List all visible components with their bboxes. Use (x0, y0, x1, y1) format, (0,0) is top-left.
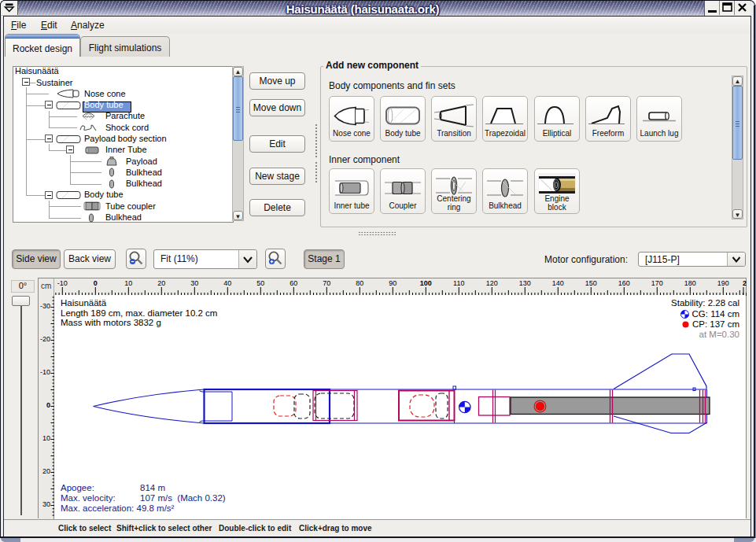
svg-text:50: 50 (256, 279, 264, 287)
svg-text:160: 160 (618, 279, 630, 287)
svg-text:90: 90 (389, 279, 396, 287)
svg-text:170: 170 (651, 279, 663, 287)
svg-text:40: 40 (223, 279, 231, 287)
svg-text:30: 30 (42, 500, 50, 508)
svg-text:20: 20 (157, 279, 165, 287)
svg-text:-30: -30 (40, 302, 50, 310)
svg-text:120: 120 (486, 279, 498, 287)
svg-text:200: 200 (743, 279, 747, 287)
svg-text:110: 110 (453, 279, 464, 287)
svg-text:20: 20 (42, 467, 50, 475)
svg-text:140: 140 (552, 279, 564, 287)
svg-text:80: 80 (356, 279, 363, 287)
svg-text:60: 60 (289, 279, 297, 287)
svg-text:0: 0 (46, 401, 50, 409)
svg-text:190: 190 (717, 279, 729, 287)
svg-text:100: 100 (420, 279, 432, 287)
svg-text:130: 130 (519, 279, 531, 287)
svg-text:10: 10 (124, 279, 132, 287)
svg-text:70: 70 (323, 279, 330, 287)
svg-text:0: 0 (94, 279, 98, 287)
svg-text:10: 10 (42, 434, 50, 442)
svg-text:-20: -20 (40, 335, 50, 343)
svg-text:-10: -10 (40, 368, 50, 376)
svg-text:180: 180 (684, 279, 696, 287)
svg-text:-10: -10 (57, 279, 68, 287)
svg-text:150: 150 (585, 279, 597, 287)
svg-text:30: 30 (190, 279, 198, 287)
